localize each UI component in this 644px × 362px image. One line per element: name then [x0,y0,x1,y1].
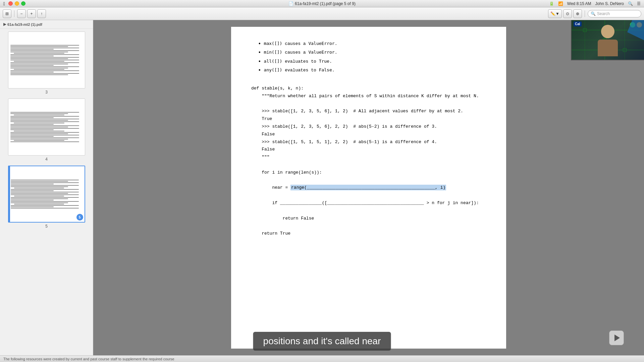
bullet-item-4: • any([]) evaluates to False. [258,67,486,74]
app-layout: ▶ 61a-fa19-mt2 (1).pdf [0,20,644,355]
close-button[interactable] [8,1,13,6]
toolbar-separator-2 [585,10,585,17]
bottom-bar-text: The following resources were created by … [3,357,174,361]
thumb-wrapper-4[interactable] [8,99,85,156]
play-button[interactable] [609,330,624,345]
wifi-icon: 📶 [558,1,563,6]
thumb-content-3 [8,42,85,78]
share-alt-icon: ⊙ [566,11,569,16]
search-icon: 🔍 [591,11,596,16]
person-silhouette [594,25,621,55]
bullet-dot-3: • [258,58,261,65]
user-display: John S. DeNero [595,1,624,6]
bullet-dot-2: • [258,49,261,56]
page-thumbnail-5[interactable]: 5 5 [2,166,91,229]
share-alt-button[interactable]: ⊙ [563,9,572,18]
menu-icon[interactable]: ☰ [637,1,641,6]
webcam-cal-logo: Cal [574,21,582,26]
page-thumbnail-3[interactable]: 3 [2,32,91,95]
sidebar-icon: ⊞ [5,11,9,16]
time-display: Wed 8:15 AM [567,1,591,6]
active-indicator [9,166,10,222]
apple-logo:  [3,1,5,6]
person-body [598,40,618,56]
thumb-wrapper-5[interactable]: 5 [8,166,85,223]
blank-3 [251,192,486,199]
thumb-content-5 [9,177,85,211]
bullet-dot-1: • [258,40,261,48]
minimize-button[interactable] [15,1,19,6]
share-button[interactable]: ↑ [37,9,46,18]
def-line: def stable(s, k, n): [251,85,486,92]
zoom-in-button[interactable]: + [27,9,36,18]
cal-logo-text: Cal [575,22,580,26]
page-thumbnail-4[interactable]: 4 [2,99,91,162]
sidebar-toggle-button[interactable]: ⊞ [3,9,11,18]
bullet-text-4: any([]) evaluates to False. [264,67,335,74]
zoom-in-icon: + [30,11,33,16]
if-line: if ________________([___________________… [251,200,486,207]
webcam-overlay: Cal [571,20,644,60]
docstring-result-2: False [251,131,486,138]
toolbar-separator-1 [14,10,14,17]
docstring-close: """ [251,154,486,161]
blank-2 [251,177,486,184]
share-icon: ↑ [41,11,43,16]
title-bar-right: 🔋 📶 Wed 8:15 AM John S. DeNero 🔍 ☰ [549,1,641,6]
bullet-text-3: all([]) evaluates to True. [264,58,332,65]
blank-5 [251,223,486,230]
subtitle-bar: positions and it's called near [253,332,391,351]
bullet-item-1: • max([]) causes a ValueError. [258,40,486,48]
search-placeholder: Search [597,11,610,16]
thumb-content-4 [8,109,85,145]
sidebar-header: ▶ 61a-fa19-mt2 (1).pdf [0,20,93,29]
sidebar-collapse-icon[interactable]: ▶ [3,22,6,26]
person-head [601,25,614,38]
sidebar-filename: 61a-fa19-mt2 (1).pdf [7,22,42,26]
play-icon [614,335,620,341]
thumb-wrapper-3[interactable] [8,32,85,88]
search-global-icon[interactable]: 🔍 [628,1,633,6]
annotation-label: ▼ [555,11,559,16]
return-true-line: return True [251,230,486,237]
zoom-out-button[interactable]: − [17,9,26,18]
title-bar-controls:  [3,1,25,6]
sidebar: ▶ 61a-fa19-mt2 (1).pdf [0,20,93,355]
blank-4 [251,207,486,215]
webcam-background: Cal [572,20,644,60]
thumb-label-5: 5 [45,224,48,229]
bullet-item-2: • min([]) causes a ValueError. [258,49,486,56]
return-false-line: return False [251,215,486,222]
code-block: def stable(s, k, n): """Return whether a… [251,85,486,237]
blank-1 [251,162,486,169]
docstring-example-3: >>> stable([1, 5, 1, 5, 1], 2, 2) # abs(… [251,139,486,146]
docstring-result-3: False [251,146,486,153]
near-line: near = range(___________________________… [251,184,486,191]
maximize-button[interactable] [21,1,25,6]
pdf-page: • max([]) causes a ValueError. • min([])… [231,27,506,349]
zoom-mode-icon: ⊕ [576,11,579,16]
sidebar-content: 3 [0,29,93,355]
annotation-button[interactable]: ✏️ ▼ [548,9,562,18]
bullet-text-2: min([]) causes a ValueError. [264,49,337,56]
window-title: 📄 61a-fa19-mt2 (1).pdf (page 5 of 9) [288,1,356,6]
docstring-blank-1 [251,101,486,108]
page-badge-5: 5 [76,214,83,221]
toolbar: ⊞ − + ↑ ✏️ ▼ ⊙ ⊕ 🔍 Search [0,7,644,20]
thumb-label-3: 3 [45,90,48,95]
bullet-list: • max([]) causes a ValueError. • min([])… [258,40,486,74]
bullet-text-1: max([]) causes a ValueError. [264,40,337,48]
bottom-bar: The following resources were created by … [0,355,644,362]
pdf-area[interactable]: Cal • ma [93,20,644,355]
search-box[interactable]: 🔍 Search [588,10,641,17]
docstring-example-1: >>> stable([1, 2, 3, 5, 6], 1, 2) # All … [251,108,486,115]
battery-icon: 🔋 [549,1,554,6]
zoom-mode-button[interactable]: ⊕ [573,9,582,18]
near-highlight: range(__________________________________… [290,185,446,190]
zoom-out-icon: − [20,11,22,16]
docstring-result-1: True [251,116,486,123]
title-bar:  📄 61a-fa19-mt2 (1).pdf (page 5 of 9) 🔋… [0,0,644,7]
title-text: 61a-fa19-mt2 (1).pdf (page 5 of 9) [295,1,356,6]
docstring-open: """Return whether all pairs of elements … [251,93,486,100]
bullet-dot-4: • [258,67,261,74]
